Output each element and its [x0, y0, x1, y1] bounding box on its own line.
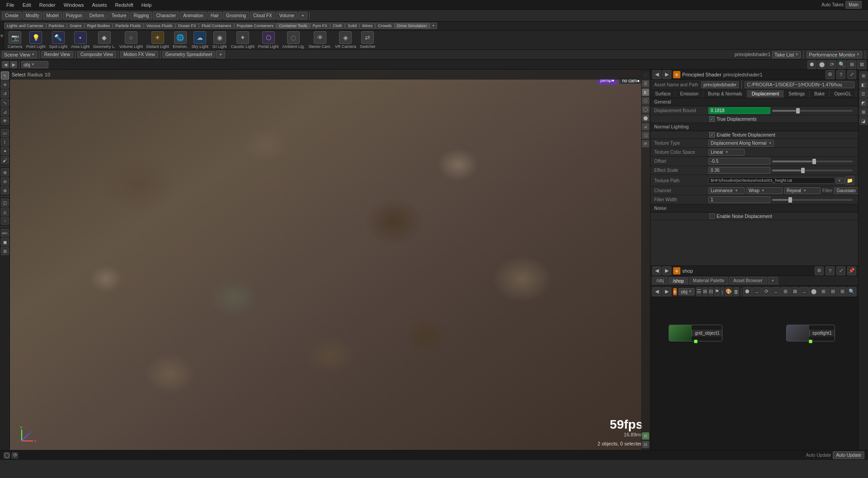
shelf-drive-sim-tab[interactable]: Drive Simulation	[395, 23, 430, 29]
shelf-viscous-tab[interactable]: Viscous Fluids	[144, 23, 175, 29]
displacement-bound-input[interactable]	[708, 107, 770, 114]
pose-btn[interactable]: ⊖	[1, 177, 9, 185]
shelf-ambient-light[interactable]: ◌ Ambient Lig.	[281, 31, 306, 50]
shelf-geo-light[interactable]: ◆ Geometry L.	[92, 31, 117, 50]
vp-icon-6[interactable]: ⬤	[642, 114, 649, 122]
node-back-btn[interactable]: ◀	[652, 266, 661, 275]
snap-btn-1[interactable]: ⬟	[807, 60, 816, 69]
shelf-distant-light[interactable]: ☀ Distant Light	[145, 31, 170, 50]
node-nav-back[interactable]: ◀	[652, 287, 661, 296]
pose2-btn[interactable]: ⊞	[1, 247, 9, 255]
node-tab-add[interactable]: +	[768, 277, 778, 284]
tab-bump[interactable]: Bump & Normals	[703, 90, 747, 98]
rs-btn-1[interactable]: ⊞	[859, 71, 868, 80]
node-snap-7[interactable]: –	[800, 287, 809, 296]
texture-type-dropdown[interactable]: Displacement Along Normal ▼	[708, 140, 774, 147]
shelf-environ[interactable]: 🌐 Environ.	[171, 31, 189, 50]
rigging-btn[interactable]: Rigging	[130, 12, 152, 19]
filter-width-slider[interactable]	[772, 199, 853, 201]
vp-icon-7[interactable]: ⊿	[642, 123, 649, 130]
scale-btn[interactable]: ⤡	[1, 99, 9, 107]
node-spotlight1[interactable]: spotlight1	[786, 325, 835, 341]
vp-icon-8[interactable]: ◻	[642, 132, 649, 139]
node-info-btn[interactable]: ?	[826, 266, 835, 275]
shelf-sky-light[interactable]: ☁ Sky Light	[190, 31, 210, 50]
shelf-portal-light[interactable]: ⬡ Portal Light	[257, 31, 280, 50]
animation-btn[interactable]: Animation	[180, 12, 206, 19]
brush-btn[interactable]: ✦	[1, 147, 9, 155]
snap-btn-4[interactable]: 🔍	[837, 60, 846, 69]
view-btn[interactable]: 👁	[1, 117, 9, 125]
shader-info-btn[interactable]: ?	[836, 70, 845, 79]
filter-dropdown[interactable]: Gaussian ▼	[834, 187, 858, 194]
node-snap-5[interactable]: ⊞	[781, 287, 790, 296]
shelf-camera[interactable]: 📷 Camera	[6, 31, 24, 50]
node-view-sort[interactable]: ↕	[721, 287, 724, 296]
camera-view-btn[interactable]: ◫	[1, 199, 9, 207]
offset-input[interactable]	[708, 158, 770, 165]
filter-width-input[interactable]	[708, 196, 770, 203]
rs-btn-5[interactable]: ⊠	[859, 108, 868, 116]
transform-btn[interactable]: ✛	[1, 80, 9, 89]
deform-btn[interactable]: Deform	[86, 12, 108, 19]
abc-btn[interactable]: abc	[1, 229, 9, 237]
shader-settings-btn[interactable]: ⚙	[826, 70, 835, 79]
node-breadcrumb-dropdown[interactable]: obj ▼	[679, 288, 694, 295]
effect-scale-input[interactable]	[708, 167, 770, 174]
bottom-icon-2[interactable]: ⟳	[12, 452, 18, 459]
node-view-grid[interactable]: ⊞	[703, 287, 708, 296]
vp-icon-4[interactable]: ⬡	[642, 97, 649, 104]
node-snap-11[interactable]: ⊞	[838, 287, 847, 296]
vp-icon-9[interactable]: ⟳	[642, 140, 649, 147]
nav-back-btn[interactable]: ◀	[2, 61, 9, 68]
constraint-btn[interactable]: ⊗	[1, 186, 9, 194]
performance-monitor-dropdown[interactable]: Performance Monitor ▼	[807, 51, 862, 58]
model-btn[interactable]: Model	[43, 12, 61, 19]
grooming-btn[interactable]: Grooming	[223, 12, 249, 19]
tab-displacement[interactable]: Displacement	[747, 90, 784, 98]
plus-btn[interactable]: +	[298, 12, 307, 19]
shelf-spot-light[interactable]: 🔦 Spot Light	[48, 31, 69, 50]
shelf-rigid-tab[interactable]: Rigid Bodies	[85, 23, 113, 29]
paint-btn[interactable]: 🖌	[1, 156, 9, 164]
node-grid-object1[interactable]: grid_object1	[669, 325, 722, 341]
polygon-btn[interactable]: Polygon	[63, 12, 85, 19]
nav-fwd-btn[interactable]: ▶	[10, 61, 17, 68]
menu-help[interactable]: Help	[138, 1, 156, 9]
node-snap-1[interactable]: ⬟	[743, 287, 752, 296]
shelf-vr-camera[interactable]: ◈ VR Camera	[334, 31, 358, 50]
node-fwd-btn[interactable]: ▶	[662, 266, 671, 275]
composite-view-btn[interactable]: Composite View	[77, 51, 116, 58]
node-zoom-in[interactable]: 🔍	[847, 287, 856, 296]
shelf-stereo-cam[interactable]: 👁 Stereo Cam.	[307, 31, 333, 50]
node-tab-material-palette[interactable]: Material Palette	[689, 277, 728, 284]
vp-icon-2[interactable]: ☰	[642, 80, 649, 87]
particles-btn[interactable]: ⁘	[1, 217, 9, 225]
true-disp-checkbox[interactable]: ✓	[709, 116, 715, 122]
node-view-list[interactable]: ☰	[696, 287, 702, 296]
shelf-fluid-containers-tab[interactable]: Fluid Containers	[199, 23, 234, 29]
panel-back-btn[interactable]: ◀	[652, 70, 661, 79]
bottom-icon-1[interactable]: ◯	[4, 452, 10, 459]
snap-btn-3[interactable]: ⟳	[827, 60, 836, 69]
enable-noise-checkbox[interactable]	[709, 213, 715, 219]
volume-btn[interactable]: Volume	[276, 12, 297, 19]
node-snap-3[interactable]: ⟳	[762, 287, 771, 296]
shader-expand-btn[interactable]: ⤢	[847, 70, 856, 79]
node-pin-btn[interactable]: 📌	[847, 266, 856, 275]
tab-emission[interactable]: Emission	[675, 90, 703, 98]
node-view-delete[interactable]: 🗑	[733, 287, 739, 296]
shelf-gi-light[interactable]: ◉ GI Light	[211, 31, 229, 50]
effect-scale-slider[interactable]	[772, 170, 853, 171]
shelf-crowds-tab[interactable]: Crowds	[375, 23, 395, 29]
new-view-btn[interactable]: +	[216, 51, 225, 58]
menu-assets[interactable]: Assets	[88, 1, 110, 9]
handle-btn[interactable]: ⊿	[1, 108, 9, 116]
rs-btn-4[interactable]: ◩	[859, 99, 868, 107]
offset-slider[interactable]	[772, 161, 853, 162]
tab-bake[interactable]: Bake	[810, 90, 830, 98]
node-nav-fwd[interactable]: ▶	[662, 287, 671, 296]
texture-path-value[interactable]: $HFS/houdini/pic/texture/rocks001_height…	[708, 177, 835, 184]
shelf-populate-tab[interactable]: Populate Containers	[234, 23, 277, 29]
vp-icon-5[interactable]: ◯	[642, 106, 649, 113]
